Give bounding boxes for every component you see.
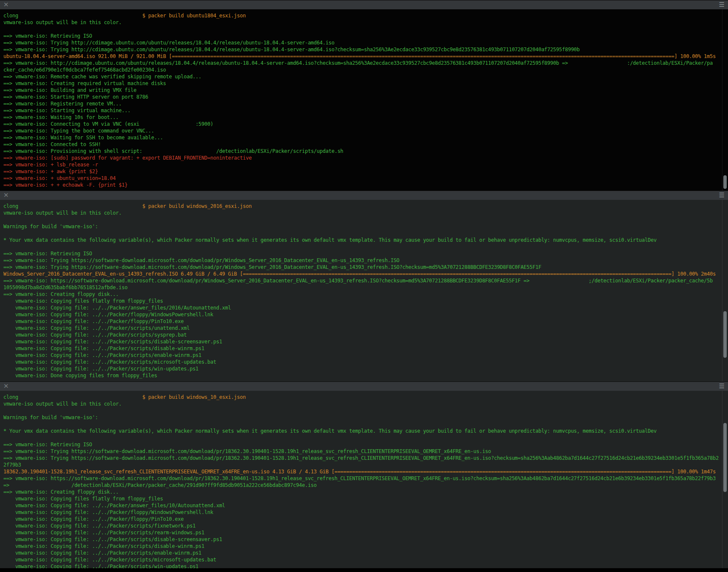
- terminal-text-segment: /detectionlab/ESXi/Packer/scripts/update…: [216, 148, 343, 154]
- scrollbar-thumb[interactable]: [723, 175, 727, 189]
- terminal-content[interactable]: clong $ packer build ubuntu1804_esxi.jso…: [0, 9, 728, 191]
- terminal-line: ==> vmware-iso: Trying https://software-…: [3, 264, 720, 271]
- terminal-text-segment: vmware-iso: Copying file: ../../Packer/s…: [3, 366, 198, 372]
- terminal-line: vmware-iso: Copying file: ../../Packer/s…: [3, 352, 720, 359]
- terminal-line: vmware-iso: Copying file: ../../Packer/f…: [3, 311, 720, 318]
- scrollbar-thumb[interactable]: [723, 423, 727, 492]
- terminal-text-segment: ==> vmware-iso: + + echoawk -F. {print $…: [3, 182, 128, 188]
- terminal-text-segment: $ packer build windows_2016_esxi.json: [142, 203, 252, 209]
- terminal-text-segment: vmware-iso: Copying file: ../../Packer/s…: [3, 536, 222, 542]
- terminal-output: clong $ packer build windows_2016_esxi.j…: [0, 200, 728, 379]
- terminal-text-segment: ==> vmware-iso: + awk {print $2}: [3, 169, 98, 174]
- terminal-text-segment: vmware-iso: Copying file: ../../Packer/s…: [3, 550, 201, 556]
- terminal-text-segment: vmware-iso output will be in this color.: [3, 19, 122, 25]
- terminal-text-segment: ==> vmware-iso: Retrieving ISO: [3, 442, 92, 448]
- terminal-text-segment: ==> vmware-iso: Creating floppy disk...: [3, 291, 119, 297]
- terminal-text-segment: vmware-iso output will be in this color.: [3, 401, 122, 407]
- terminal-line: vmware-iso: Copying file: ../../Packer/s…: [3, 332, 720, 338]
- terminal-text-segment: * Your vmx data contains the following v…: [3, 428, 656, 434]
- terminal-line: [3, 434, 720, 441]
- terminal-content[interactable]: clong $ packer build windows_10_esxi.jso…: [0, 391, 728, 568]
- terminal-text-segment: ==> vmware-iso: Connected to SSH!: [3, 141, 101, 147]
- terminal-line: * Your vmx data contains the following v…: [3, 237, 720, 243]
- terminal-text-segment: ==> vmware-iso: http://cdimage.ubuntu.co…: [3, 60, 568, 66]
- terminal-window: ✕ ☰ clong $ packer build ubuntu1804_esxi…: [0, 0, 728, 572]
- terminal-line: 2f79b3: [3, 461, 720, 468]
- scrollbar-thumb[interactable]: [723, 311, 727, 358]
- terminal-text-segment: ==> vmware-iso: [sudo] password for vagr…: [3, 155, 252, 161]
- terminal-text-segment: ==> vmware-iso: Trying https://software-…: [3, 455, 719, 461]
- terminal-line: [3, 230, 720, 237]
- terminal-line: ==> vmware-iso: Connecting to VM via VNC…: [3, 121, 720, 127]
- terminal-line: ==> vmware-iso: [sudo] password for vagr…: [3, 155, 720, 161]
- terminal-line: ==> vmware-iso: Retrieving ISO: [3, 250, 720, 257]
- terminal-text-segment: Warnings for build 'vmware-iso':: [3, 224, 98, 229]
- terminal-text-segment: vmware-iso: Copying file: ../../Packer/f…: [3, 516, 183, 522]
- terminal-text-segment: ] 100.00% 2m40s: [671, 271, 716, 277]
- screen: { "colors": { "green": "#41b441", "orang…: [0, 0, 728, 572]
- terminal-line: vmware-iso: Copying files flatly from fl…: [3, 495, 720, 502]
- terminal-line: ==> vmware-iso: Creating floppy disk...: [3, 291, 720, 298]
- terminal-line: ==> vmware-iso: + + echoawk -F. {print $…: [3, 182, 720, 188]
- terminal-text-segment: ========================================…: [243, 271, 671, 277]
- terminal-line: 18362.30.190401-1528.19h1_release_svc_re…: [3, 468, 720, 475]
- terminal-line: vmware-iso: Copying file: ../../Packer/s…: [3, 543, 720, 550]
- terminal-text-segment: $ packer build windows_10_esxi.json: [142, 394, 246, 400]
- terminal-line: [3, 243, 720, 250]
- terminal-text-segment: vmware-iso: Copying file: ../../Packer/f…: [3, 312, 213, 318]
- terminal-text-segment: vmware-iso: Copying file: ../../Packer/s…: [3, 345, 204, 351]
- terminal-line: vmware-iso: Copying file: ../../Packer/s…: [3, 325, 720, 332]
- terminal-line: ==> vmware-iso: Trying https://software-…: [3, 257, 720, 264]
- terminal-line: cker_cache/e6d790e1cf0dcbca7fefef75468ac…: [3, 66, 720, 73]
- terminal-line: vmware-iso: Copying file: ../../Packer/s…: [3, 556, 720, 563]
- terminal-line: vmware-iso: Copying file: ../../Packer/s…: [3, 345, 720, 352]
- terminal-line: ==> vmware-iso: Provisioning with shell …: [3, 148, 720, 155]
- terminal-line: ==> vmware-iso: Registering remote VM...: [3, 100, 720, 107]
- terminal-content[interactable]: clong $ packer build windows_2016_esxi.j…: [0, 200, 728, 381]
- terminal-line: ==> vmware-iso: Trying http://cdimage.ub…: [3, 46, 720, 53]
- terminal-text-segment: ==> vmware-iso: Starting HTTP server on …: [3, 94, 148, 100]
- close-icon[interactable]: ✕: [3, 192, 9, 199]
- terminal-text-segment: =>: [3, 482, 9, 488]
- terminal-text-segment: ==> vmware-iso: Waiting for SSH to becom…: [3, 135, 163, 141]
- close-icon[interactable]: ✕: [3, 2, 9, 8]
- terminal-line: clong $ packer build windows_2016_esxi.j…: [3, 203, 720, 210]
- terminal-text-segment: :5900): [195, 121, 213, 127]
- terminal-text-segment: vmware-iso: Copying file: ../../Packer/s…: [3, 325, 189, 331]
- terminal-text-segment: ==> vmware-iso: Connecting to VM via VNC…: [3, 121, 139, 127]
- terminal-text-segment: vmware-iso: Copying file: ../../Packer/s…: [3, 564, 198, 568]
- terminal-text-segment: ==> vmware-iso: Creating required virtua…: [3, 80, 166, 86]
- terminal-text-segment: vmware-iso: Copying file: ../../Packer/s…: [3, 359, 216, 365]
- terminal-text-segment: Warnings for build 'vmware-iso':: [3, 414, 98, 420]
- terminal-line: ==> vmware-iso: + lsb_release -r: [3, 161, 720, 168]
- terminal-text-segment: ==> vmware-iso: Building and writing VMX…: [3, 87, 136, 93]
- close-icon[interactable]: ✕: [3, 383, 9, 390]
- menu-icon[interactable]: ☰: [719, 383, 725, 390]
- terminal-text-segment: ==> vmware-iso: Remote cache was verifie…: [3, 74, 201, 80]
- terminal-line: ==> vmware-iso: + awk {print $2}: [3, 168, 720, 175]
- terminal-text-segment: ] 100.00% 1m5s: [674, 53, 716, 59]
- terminal-line: vmware-iso: Copying file: ../../Packer/s…: [3, 536, 720, 543]
- menu-icon[interactable]: ☰: [719, 2, 725, 8]
- terminal-text-segment: vmware-iso: Copying file: ../../Packer/f…: [3, 318, 183, 324]
- scrollbar[interactable]: [722, 9, 728, 191]
- terminal-text-segment: ==> vmware-iso: Retrieving ISO: [3, 33, 92, 39]
- terminal-text-segment: [9, 482, 71, 488]
- terminal-line: Windows_Server_2016_Datacenter_EVAL_en-u…: [3, 271, 720, 277]
- terminal-line: ==> vmware-iso: Trying https://software-…: [3, 455, 720, 461]
- terminal-text-segment: ubuntu-18.04.4-server-amd64.iso 921.00 M…: [3, 53, 172, 59]
- terminal-text-segment: vmware-iso: Copying file: ../../Packer/a…: [3, 305, 231, 311]
- terminal-text-segment: ==> vmware-iso: Trying https://software-…: [3, 448, 491, 454]
- terminal-text-segment: vmware-iso: Copying file: ../../Packer/s…: [3, 523, 195, 529]
- terminal-pane-windows10: ✕ ☰ clong $ packer build windows_10_esxi…: [0, 381, 728, 572]
- terminal-line: ==> vmware-iso: Waiting for SSH to becom…: [3, 134, 720, 141]
- terminal-text-segment: vmware-iso: Copying file: ../../Packer/s…: [3, 332, 186, 338]
- terminal-text-segment: ==> vmware-iso: Trying https://software-…: [3, 257, 400, 263]
- terminal-text-segment: clong: [3, 203, 18, 209]
- scrollbar[interactable]: [722, 391, 728, 568]
- terminal-text-segment: ==> vmware-iso: Typing the boot command …: [3, 128, 154, 134]
- terminal-text-segment: cker_cache/e6d790e1cf0dcbca7fefef75468ac…: [3, 67, 166, 73]
- terminal-text-segment: ==> vmware-iso: Creating floppy disk...: [3, 489, 119, 495]
- menu-icon[interactable]: ☰: [719, 192, 725, 199]
- scrollbar[interactable]: [722, 200, 728, 381]
